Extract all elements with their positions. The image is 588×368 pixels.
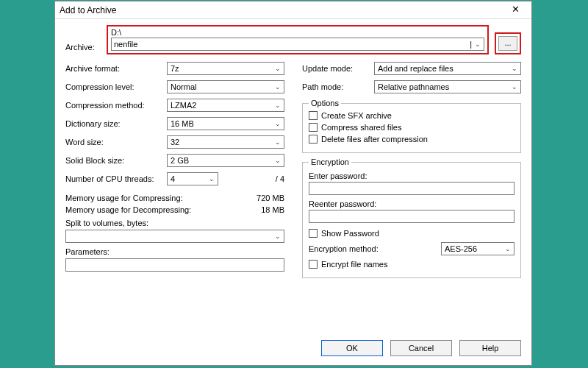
browse-highlight: ... [495, 32, 521, 54]
chevron-down-icon: ⌄ [272, 138, 284, 146]
ok-button[interactable]: OK [321, 340, 383, 356]
chevron-down-icon: ⌄ [509, 65, 520, 72]
encryption-group: Encryption Enter password: Reenter passw… [302, 158, 521, 278]
compress-shared-checkbox[interactable]: Compress shared files [309, 123, 514, 132]
chevron-down-icon: ⌄ [502, 245, 514, 252]
add-to-archive-dialog: Add to Archive ✕ Archive: D:\ | ⌄ ... A [54, 1, 532, 366]
encryption-method-select[interactable]: AES-256 ⌄ [441, 242, 514, 255]
update-mode-select[interactable]: Add and replace files ⌄ [374, 62, 521, 75]
cancel-button[interactable]: Cancel [390, 340, 452, 356]
path-mode-select[interactable]: Relative pathnames ⌄ [374, 80, 521, 93]
archive-path: D:\ [111, 28, 484, 37]
options-group: Options Create SFX archive Compress shar… [302, 99, 521, 153]
chevron-down-icon: ⌄ [206, 175, 218, 183]
checkbox-icon [309, 260, 318, 269]
archive-highlight: D:\ | ⌄ [107, 25, 489, 54]
archive-name-combo[interactable]: | ⌄ [111, 38, 484, 51]
chevron-down-icon: ⌄ [272, 233, 284, 240]
help-button[interactable]: Help [459, 340, 521, 356]
left-column: Archive format: 7z ⌄ Compression level: … [65, 62, 284, 283]
split-volumes-select[interactable]: ⌄ [65, 230, 284, 243]
compress-shared-label: Compress shared files [321, 123, 401, 132]
parameters-label: Parameters: [65, 247, 284, 256]
chevron-down-icon[interactable]: ⌄ [472, 40, 484, 48]
compression-level-select[interactable]: Normal ⌄ [167, 80, 284, 93]
sfx-checkbox[interactable]: Create SFX archive [309, 111, 514, 120]
checkbox-icon [309, 229, 318, 238]
dictionary-size-label: Dictionary size: [65, 119, 161, 128]
solid-block-size-select[interactable]: 2 GB ⌄ [167, 154, 284, 167]
cpu-threads-total: / 4 [276, 174, 284, 183]
right-column: Update mode: Add and replace files ⌄ Pat… [302, 62, 521, 283]
encryption-method-label: Encryption method: [309, 244, 435, 253]
encryption-legend: Encryption [309, 158, 351, 166]
chevron-down-icon: ⌄ [272, 120, 284, 127]
chevron-down-icon: ⌄ [272, 102, 284, 109]
chevron-down-icon: ⌄ [509, 83, 520, 91]
reenter-password-input[interactable] [309, 210, 514, 223]
dialog-buttons: OK Cancel Help [55, 333, 531, 365]
archive-format-select[interactable]: 7z ⌄ [167, 62, 284, 75]
parameters-input[interactable] [65, 258, 284, 272]
encrypt-file-names-checkbox[interactable]: Encrypt file names [309, 260, 514, 269]
compression-method-label: Compression method: [65, 101, 161, 110]
encrypt-file-names-label: Encrypt file names [321, 260, 387, 269]
archive-label: Archive: [65, 43, 101, 54]
archive-row: Archive: D:\ | ⌄ ... [65, 25, 521, 54]
split-volumes-label: Split to volumes, bytes: [65, 219, 284, 227]
chevron-down-icon: ⌄ [272, 65, 284, 72]
path-mode-label: Path mode: [302, 82, 368, 91]
dialog-body: Archive: D:\ | ⌄ ... Archive format: 7z [55, 19, 531, 333]
archive-name-input[interactable] [112, 38, 470, 50]
mem-compress-label: Memory usage for Compressing: [65, 194, 240, 202]
compression-level-label: Compression level: [65, 82, 161, 91]
chevron-down-icon: ⌄ [272, 157, 284, 164]
dictionary-size-select[interactable]: 16 MB ⌄ [167, 117, 284, 130]
browse-button[interactable]: ... [498, 36, 517, 51]
titlebar: Add to Archive ✕ [55, 1, 531, 19]
sfx-label: Create SFX archive [321, 111, 392, 120]
update-mode-label: Update mode: [302, 64, 368, 73]
word-size-label: Word size: [65, 138, 161, 146]
cpu-threads-select[interactable]: 4 ⌄ [167, 172, 218, 185]
chevron-down-icon: ⌄ [272, 83, 284, 91]
window-title: Add to Archive [60, 5, 503, 15]
delete-after-checkbox[interactable]: Delete files after compression [309, 135, 514, 144]
word-size-select[interactable]: 32 ⌄ [167, 135, 284, 149]
mem-decompress-value: 18 MB [240, 205, 284, 214]
cpu-threads-label: Number of CPU threads: [65, 174, 161, 183]
mem-compress-value: 720 MB [240, 194, 284, 202]
close-button[interactable]: ✕ [503, 3, 527, 18]
show-password-checkbox[interactable]: Show Password [309, 229, 514, 238]
options-legend: Options [309, 99, 341, 107]
show-password-label: Show Password [321, 229, 379, 238]
enter-password-label: Enter password: [309, 171, 514, 180]
checkbox-icon [309, 111, 318, 120]
checkbox-icon [309, 135, 318, 144]
compression-method-select[interactable]: LZMA2 ⌄ [167, 99, 284, 112]
archive-format-label: Archive format: [65, 64, 161, 73]
solid-block-size-label: Solid Block size: [65, 156, 161, 165]
delete-after-label: Delete files after compression [321, 135, 428, 144]
enter-password-input[interactable] [309, 182, 514, 195]
checkbox-icon [309, 123, 318, 132]
mem-decompress-label: Memory usage for Decompressing: [65, 205, 240, 214]
reenter-password-label: Reenter password: [309, 199, 514, 208]
